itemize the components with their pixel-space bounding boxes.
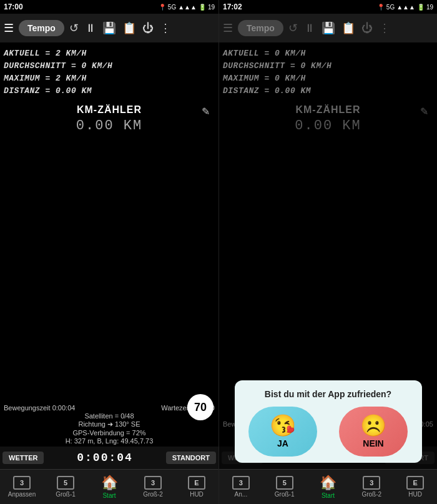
- clipboard-icon-r[interactable]: 📋: [341, 21, 355, 35]
- ja-label: JA: [277, 438, 288, 448]
- km-counter-value-right: 0.00 KM: [219, 118, 437, 134]
- km-counter-value-left: 0.00 KM: [0, 118, 219, 134]
- time-row-left: Bewegungszeit 0:00:04 Wartezeit 0:00:00: [4, 404, 215, 412]
- nav-gross1-r[interactable]: 5 Groß-1: [269, 476, 300, 498]
- status-time-left: 17:00: [4, 2, 23, 11]
- gps-left: GPS-Verbindung = 72%: [4, 429, 215, 437]
- nav-label-hud-r: HUD: [408, 491, 422, 498]
- pause-icon[interactable]: ⏸: [85, 22, 96, 35]
- screen-right: 17:02 📍 5G ▲▲▲ 🔋 19 ☰ Tempo ↺ ⏸ 💾 📋 ⏻ ⋮ …: [219, 0, 437, 504]
- dialog-ja-button[interactable]: 😘 JA: [248, 407, 317, 457]
- standort-button[interactable]: STANDORT: [166, 452, 216, 464]
- status-time-right: 17:02: [223, 2, 242, 11]
- nav-label-start: Start: [102, 492, 115, 499]
- nav-icon-gross2-r: 3: [363, 476, 380, 490]
- richtung-left: Richtung ➜ 130° SE: [4, 420, 215, 428]
- nav-start[interactable]: 🏠 Start: [94, 475, 125, 499]
- battery-level-r: 19: [426, 4, 433, 11]
- power-icon[interactable]: ⏻: [142, 22, 154, 35]
- nav-label-hud: HUD: [190, 491, 204, 498]
- nav-start-r[interactable]: 🏠 Start: [312, 475, 343, 499]
- undo-icon[interactable]: ↺: [69, 21, 79, 35]
- dialog-title: Bist du mit der App zufrieden?: [241, 389, 416, 399]
- nav-gross2-r[interactable]: 3 Groß-2: [356, 476, 387, 498]
- dialog-overlay: Bist du mit der App zufrieden? 😘 JA ☹️ N…: [219, 380, 437, 469]
- satisfaction-dialog: Bist du mit der App zufrieden? 😘 JA ☹️ N…: [235, 380, 422, 463]
- battery-icon-r: 🔋: [417, 4, 425, 11]
- status-bar-left: 17:00 📍 5G ▲▲▲ 🔋 19: [0, 0, 219, 14]
- km-counter-right: KM-ZÄHLER ✎ 0.00 KM: [219, 101, 437, 135]
- nav-hud-r[interactable]: E HUD: [400, 476, 431, 498]
- nein-label: NEIN: [363, 438, 383, 448]
- nein-emoji: ☹️: [360, 415, 386, 436]
- location-icon: 📍: [159, 4, 166, 11]
- location-icon-r: 📍: [377, 4, 385, 11]
- clipboard-icon[interactable]: 📋: [122, 21, 136, 35]
- nav-anpassen-r[interactable]: 3 An...: [225, 476, 257, 498]
- wetter-button[interactable]: WETTER: [2, 452, 44, 464]
- nav-icon-start: 🏠: [101, 475, 118, 491]
- stat-aktuell: AKTUELL = 2 KM/H: [4, 47, 215, 60]
- status-icons-right: 📍 5G ▲▲▲ 🔋 19: [377, 4, 433, 11]
- nav-icon-anpassen: 3: [13, 476, 31, 490]
- nav-label-anpassen-r: An...: [235, 491, 248, 498]
- nav-label-anpassen: Anpassen: [8, 491, 36, 498]
- pause-icon-r[interactable]: ⏸: [304, 22, 315, 35]
- save-icon-r[interactable]: 💾: [322, 21, 335, 35]
- map-area-left: [0, 135, 219, 400]
- ja-emoji: 😘: [270, 415, 296, 436]
- timer-bar-left: WETTER 0:00:04 STANDORT: [0, 447, 219, 469]
- toolbar-right: ☰ Tempo ↺ ⏸ 💾 📋 ⏻ ⋮: [219, 14, 437, 42]
- battery-icon: 🔋: [199, 4, 206, 11]
- bewegungszeit-left: Bewegungszeit 0:00:04: [4, 404, 75, 412]
- hoehe-left: H: 327 m, B, Lng: 49.45,7.73: [4, 437, 215, 445]
- nav-label-gross2-r: Groß-2: [361, 491, 381, 498]
- km-counter-title-left: KM-ZÄHLER: [77, 104, 142, 115]
- more-icon[interactable]: ⋮: [160, 21, 171, 35]
- more-icon-r[interactable]: ⋮: [379, 21, 390, 35]
- km-counter-left: KM-ZÄHLER ✎ 0.00 KM: [0, 101, 219, 135]
- status-icons-left: 📍 5G ▲▲▲ 🔋 19: [159, 4, 215, 11]
- nav-icon-gross2: 3: [144, 476, 162, 490]
- timer-display-left: 0:00:04: [77, 452, 133, 464]
- bottom-nav-left: 3 Anpassen 5 Groß-1 🏠 Start 3 Groß-2 E H…: [0, 469, 219, 504]
- stat-distanz-r: DISTANZ = 0.00 KM: [223, 85, 433, 97]
- nav-label-gross1: Groß-1: [56, 491, 76, 498]
- hamburger-icon-r[interactable]: ☰: [223, 21, 233, 35]
- edit-icon-left[interactable]: ✎: [202, 106, 210, 117]
- map-area-right: [219, 135, 437, 417]
- stat-distanz: DISTANZ = 0.00 KM: [4, 85, 215, 97]
- nav-anpassen[interactable]: 3 Anpassen: [6, 476, 37, 498]
- battery-level: 19: [208, 4, 215, 11]
- nav-label-start-r: Start: [322, 492, 335, 499]
- nav-gross1[interactable]: 5 Groß-1: [50, 476, 81, 498]
- toolbar-left: ☰ Tempo ↺ ⏸ 💾 📋 ⏻ ⋮: [0, 14, 219, 42]
- nav-icon-hud: E: [188, 476, 205, 490]
- speed-badge-left: 70: [187, 394, 214, 420]
- signal-icon: ▲▲▲: [178, 4, 197, 11]
- nav-icon-anpassen-r: 3: [232, 476, 250, 490]
- dialog-nein-button[interactable]: ☹️ NEIN: [339, 407, 408, 457]
- screen-left: 17:00 📍 5G ▲▲▲ 🔋 19 ☰ Tempo ↺ ⏸ 💾 📋 ⏻ ⋮ …: [0, 0, 219, 504]
- power-icon-r[interactable]: ⏻: [361, 22, 373, 35]
- status-bar-right: 17:02 📍 5G ▲▲▲ 🔋 19: [219, 0, 437, 14]
- save-icon[interactable]: 💾: [102, 21, 116, 35]
- hamburger-icon[interactable]: ☰: [4, 21, 14, 35]
- network-icon-r: 5G: [386, 4, 395, 11]
- km-counter-title-right: KM-ZÄHLER: [295, 104, 360, 115]
- nav-label-gross1-r: Groß-1: [275, 491, 295, 498]
- undo-icon-r[interactable]: ↺: [288, 21, 298, 35]
- nav-icon-start-r: 🏠: [320, 475, 336, 491]
- stat-durchschnitt-r: DURCHSCHNITT = 0 KM/H: [223, 60, 433, 72]
- nav-hud[interactable]: E HUD: [181, 476, 212, 498]
- stat-maximum-r: MAXIMUM = 0 KM/H: [223, 72, 433, 85]
- edit-icon-right[interactable]: ✎: [420, 106, 428, 117]
- tempo-button-r[interactable]: Tempo: [238, 20, 283, 36]
- stats-area-left: AKTUELL = 2 KM/H DURCHSCHNITT = 0 KM/H M…: [0, 42, 219, 101]
- nav-gross2[interactable]: 3 Groß-2: [137, 476, 169, 498]
- tempo-button[interactable]: Tempo: [19, 20, 64, 36]
- signal-icon-r: ▲▲▲: [396, 4, 415, 11]
- nav-icon-gross1: 5: [57, 476, 74, 490]
- satelliten-left: Satelliten = 0/48: [4, 412, 215, 420]
- stat-aktuell-r: AKTUELL = 0 KM/H: [223, 47, 433, 60]
